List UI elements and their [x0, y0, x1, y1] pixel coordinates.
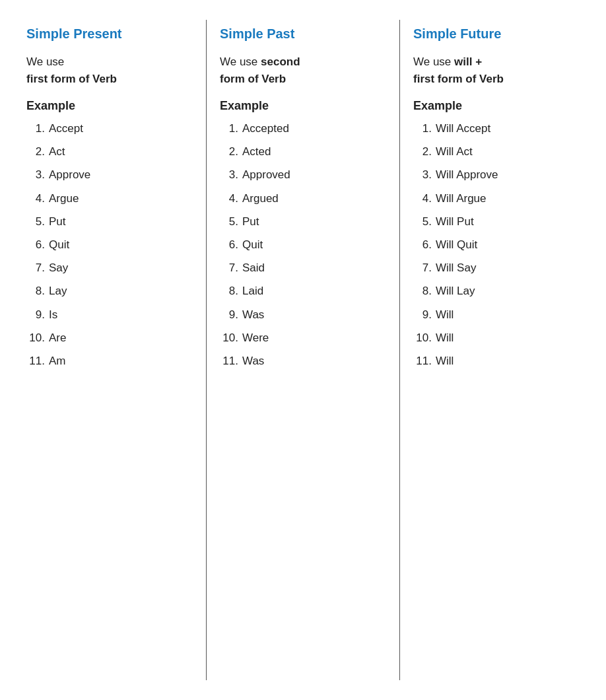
list-item: 3.Approve	[26, 166, 193, 184]
column-simple-present: Simple Present We usefirst form of Verb …	[13, 20, 207, 680]
verb-num: 7.	[26, 259, 45, 277]
verb-word: Put	[242, 213, 259, 230]
verb-word: Will Say	[436, 259, 476, 277]
list-item: 8.Lay	[26, 282, 193, 300]
list-item: 6.Quit	[26, 236, 193, 254]
list-item: 1.Accepted	[220, 120, 386, 137]
list-item: 3.Will Approve	[413, 166, 580, 184]
use-bold-future: will +first form of Verb	[413, 55, 504, 85]
example-label-past: Example	[220, 99, 386, 113]
verb-num: 10.	[413, 329, 432, 347]
use-bold-past: secondform of Verb	[220, 55, 300, 85]
verb-word: Will Act	[436, 143, 473, 160]
list-item: 6.Quit	[220, 236, 386, 254]
verb-num: 4.	[413, 190, 432, 207]
verb-word: Was	[242, 306, 264, 324]
list-item: 2.Acted	[220, 143, 386, 160]
verb-word: Act	[49, 143, 65, 160]
verb-num: 2.	[413, 143, 432, 160]
verb-num: 11.	[220, 352, 238, 370]
use-text-future: We use will +first form of Verb	[413, 53, 580, 87]
verb-num: 6.	[26, 236, 45, 254]
list-item: 8.Will Lay	[413, 282, 580, 300]
verb-num: 1.	[220, 120, 238, 137]
col-header-present: Simple Present	[26, 26, 193, 42]
column-simple-past: Simple Past We use secondform of Verb Ex…	[207, 20, 400, 680]
list-item: 7.Will Say	[413, 259, 580, 277]
verb-word: Argued	[242, 190, 279, 207]
verb-word: Said	[242, 259, 265, 277]
example-label-present: Example	[26, 99, 193, 113]
verb-num: 6.	[220, 236, 238, 254]
verb-word: Will Argue	[436, 190, 487, 207]
verb-num: 2.	[26, 143, 45, 160]
list-item: 4.Will Argue	[413, 190, 580, 207]
verb-word: Will Accept	[436, 120, 490, 137]
list-item: 9.Is	[26, 306, 193, 324]
verb-word: Will Put	[436, 213, 474, 230]
verb-word: Accept	[49, 120, 83, 137]
verb-num: 9.	[413, 306, 432, 324]
example-label-future: Example	[413, 99, 580, 113]
list-item: 10.Are	[26, 329, 193, 347]
verb-num: 4.	[26, 190, 45, 207]
list-item: 4.Argue	[26, 190, 193, 207]
list-item: 5.Put	[26, 213, 193, 230]
verb-word: Will Quit	[436, 236, 477, 254]
verb-word: Laid	[242, 282, 263, 300]
col-header-past: Simple Past	[220, 26, 386, 42]
verb-word: Put	[49, 213, 66, 230]
verb-num: 2.	[220, 143, 238, 160]
verb-word: Quit	[49, 236, 69, 254]
verb-word: Will	[436, 306, 454, 324]
verb-num: 4.	[220, 190, 238, 207]
verb-num: 5.	[413, 213, 432, 230]
list-item: 10.Were	[220, 329, 386, 347]
verb-list-present: 1.Accept 2.Act 3.Approve 4.Argue 5.Put 6…	[26, 120, 193, 370]
list-item: 6.Will Quit	[413, 236, 580, 254]
verb-num: 1.	[26, 120, 45, 137]
verb-list-past: 1.Accepted 2.Acted 3.Approved 4.Argued 5…	[220, 120, 386, 370]
verb-num: 9.	[220, 306, 238, 324]
verb-word: Accepted	[242, 120, 289, 137]
list-item: 9.Will	[413, 306, 580, 324]
verb-word: Am	[49, 352, 66, 370]
list-item: 11.Am	[26, 352, 193, 370]
verb-word: Approve	[49, 166, 90, 184]
verb-num: 6.	[413, 236, 432, 254]
list-item: 9.Was	[220, 306, 386, 324]
list-item: 5.Will Put	[413, 213, 580, 230]
list-item: 1.Will Accept	[413, 120, 580, 137]
list-item: 10.Will	[413, 329, 580, 347]
list-item: 7.Say	[26, 259, 193, 277]
verb-num: 5.	[26, 213, 45, 230]
verb-num: 8.	[220, 282, 238, 300]
verb-word: Lay	[49, 282, 67, 300]
verb-word: Quit	[242, 236, 263, 254]
verb-word: Will	[436, 352, 454, 370]
list-item: 11.Was	[220, 352, 386, 370]
verb-num: 1.	[413, 120, 432, 137]
verb-num: 7.	[413, 259, 432, 277]
verb-word: Approved	[242, 166, 290, 184]
column-simple-future: Simple Future We use will +first form of…	[400, 20, 593, 680]
use-text-present: We usefirst form of Verb	[26, 53, 193, 87]
page-container: Simple Present We usefirst form of Verb …	[0, 0, 606, 700]
verb-word: Acted	[242, 143, 271, 160]
verb-num: 11.	[413, 352, 432, 370]
list-item: 8.Laid	[220, 282, 386, 300]
verb-num: 8.	[26, 282, 45, 300]
verb-num: 3.	[220, 166, 238, 184]
verb-word: Was	[242, 352, 264, 370]
list-item: 2.Will Act	[413, 143, 580, 160]
verb-num: 11.	[26, 352, 45, 370]
verb-word: Is	[49, 306, 57, 324]
verb-num: 3.	[413, 166, 432, 184]
verb-word: Will	[436, 329, 454, 347]
list-item: 7.Said	[220, 259, 386, 277]
verb-word: Were	[242, 329, 269, 347]
verb-word: Say	[49, 259, 68, 277]
verb-num: 9.	[26, 306, 45, 324]
verb-num: 3.	[26, 166, 45, 184]
list-item: 2.Act	[26, 143, 193, 160]
